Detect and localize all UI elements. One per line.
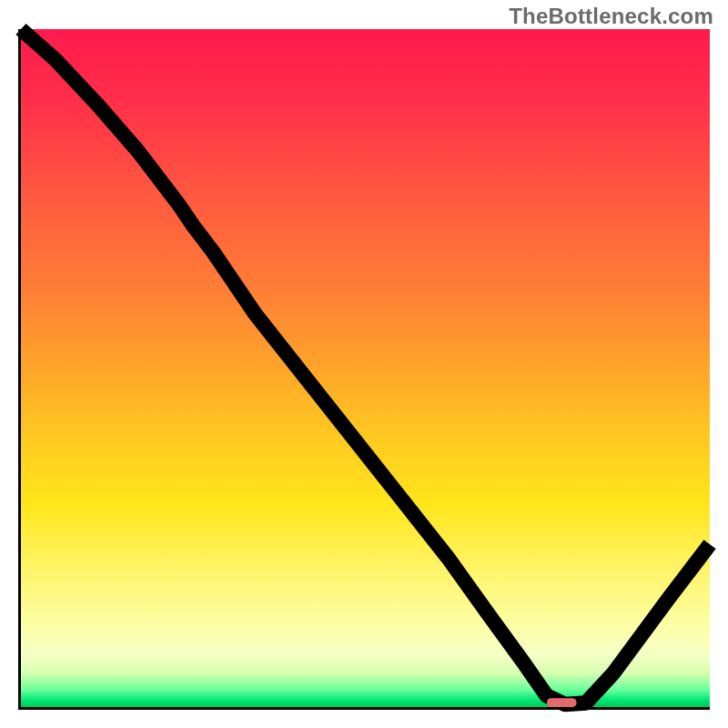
chart-container: TheBottleneck.com <box>0 0 728 728</box>
bottleneck-curve-line <box>21 29 710 704</box>
watermark-text: TheBottleneck.com <box>509 4 713 29</box>
plot-axes-frame <box>18 29 710 710</box>
curve-layer <box>21 29 710 707</box>
minimum-marker <box>547 698 577 707</box>
